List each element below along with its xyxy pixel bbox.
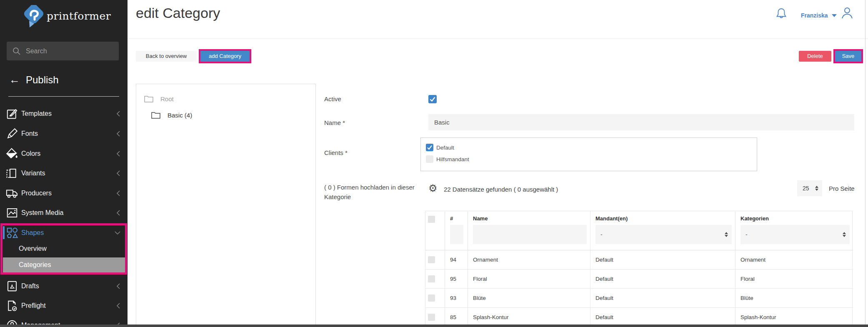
sidebar-item-drafts[interactable]: Drafts xyxy=(0,276,128,296)
folder-icon xyxy=(144,95,154,103)
sidebar-item-system-media[interactable]: System Media xyxy=(0,203,128,223)
save-annotation-box: Save xyxy=(833,49,863,63)
cell-name[interactable]: Ornament xyxy=(468,250,590,270)
cell-category[interactable]: Blüte xyxy=(735,289,853,308)
cell-client[interactable]: Default xyxy=(590,289,735,308)
sidebar-item-shapes[interactable]: Shapes xyxy=(0,223,128,243)
window-right-edge xyxy=(865,0,865,327)
chevron-left-icon xyxy=(116,110,121,117)
page-title: edit Category xyxy=(136,5,220,21)
select-all-header-cell xyxy=(425,211,445,250)
chevron-left-icon xyxy=(116,283,121,290)
tree-node-root[interactable]: Root xyxy=(144,95,174,103)
category-tree-panel: Root Basic (4) xyxy=(136,84,316,327)
cell-client[interactable]: Default xyxy=(590,250,735,270)
chevron-left-icon xyxy=(116,150,121,157)
producers-icon xyxy=(6,187,18,200)
variants-icon xyxy=(6,167,18,180)
back-to-overview-button[interactable]: Back to overview xyxy=(136,51,197,62)
sidebar-item-colors[interactable]: Colors xyxy=(0,144,128,164)
cell-client[interactable]: Default xyxy=(590,270,735,289)
tree-node-basic[interactable]: Basic (4) xyxy=(151,111,192,119)
sidebar-item-categories[interactable]: Categories xyxy=(3,257,125,272)
printformer-logo-icon[interactable] xyxy=(22,5,45,30)
sidebar-item-overview[interactable]: Overview xyxy=(0,240,128,257)
column-header-name[interactable]: Name xyxy=(473,215,587,222)
sidebar-item-preflight[interactable]: Preflight xyxy=(0,296,128,316)
row-checkbox[interactable] xyxy=(428,314,435,321)
templates-icon xyxy=(6,107,18,120)
row-checkbox[interactable] xyxy=(428,256,435,263)
delete-button[interactable]: Delete xyxy=(799,51,831,62)
clients-label: Clients * xyxy=(324,149,348,156)
sidebar-item-producers[interactable]: Producers xyxy=(0,183,128,203)
checked-checkbox[interactable] xyxy=(426,144,433,151)
chevron-left-icon xyxy=(116,130,121,137)
select-all-checkbox[interactable] xyxy=(428,216,435,223)
column-header-clients[interactable]: Mandant(en) xyxy=(595,215,732,222)
shapes-table: # Name Mandant(en) - Kategorien - 94 Orn… xyxy=(425,211,853,327)
upload-note: ( 0 ) Formen hochladen in dieser Kategor… xyxy=(324,182,415,202)
search-input[interactable] xyxy=(26,47,119,55)
search-icon xyxy=(13,47,21,55)
categories-header-cell: Kategorien - xyxy=(735,211,853,250)
folder-icon xyxy=(151,111,161,119)
table-row-checkbox-cell xyxy=(425,250,445,270)
active-checkbox[interactable] xyxy=(428,95,437,103)
name-header-cell: Name xyxy=(468,211,590,250)
cell-id[interactable]: 94 xyxy=(445,250,468,270)
name-input[interactable] xyxy=(428,114,854,130)
column-header-categories[interactable]: Kategorien xyxy=(740,215,850,222)
preflight-icon xyxy=(6,300,18,312)
chevron-left-icon xyxy=(116,190,121,197)
publish-label: Publish xyxy=(26,74,59,86)
user-avatar-icon[interactable] xyxy=(840,6,854,20)
cell-name[interactable]: Blüte xyxy=(468,289,590,308)
unchecked-checkbox[interactable] xyxy=(426,155,433,163)
select-updown-icon xyxy=(843,232,846,237)
chevron-down-icon xyxy=(114,230,121,235)
client-option-hilfsmandant[interactable]: Hilfsmandant xyxy=(426,155,469,163)
row-checkbox[interactable] xyxy=(428,275,435,282)
gear-icon[interactable]: ⚙ xyxy=(428,182,438,194)
table-row-checkbox-cell xyxy=(425,270,445,289)
cell-name[interactable]: Floral xyxy=(468,270,590,289)
sidebar: printformer ← Publish Templates Fonts xyxy=(0,0,128,327)
clients-box: Default Hilfsmandant xyxy=(420,137,757,171)
colors-icon xyxy=(6,147,18,160)
chevron-left-icon xyxy=(116,302,121,309)
user-menu[interactable]: Franziska xyxy=(801,12,828,19)
chevron-left-icon xyxy=(116,170,121,177)
system-media-icon xyxy=(6,207,18,219)
row-checkbox[interactable] xyxy=(428,295,435,302)
per-page-label: Pro Seite xyxy=(829,185,855,192)
cell-id[interactable]: 95 xyxy=(445,270,468,289)
publish-back-link[interactable]: ← Publish xyxy=(9,73,59,86)
add-category-annotation-box: add Category xyxy=(199,49,251,63)
sidebar-search[interactable] xyxy=(7,42,119,60)
select-updown-icon xyxy=(725,232,728,237)
brand-wordmark: printformer xyxy=(47,10,111,22)
client-option-default[interactable]: Default xyxy=(426,144,454,151)
sidebar-item-variants[interactable]: Variants xyxy=(0,163,128,183)
column-header-id[interactable]: # xyxy=(450,215,464,222)
clients-filter-select[interactable]: - xyxy=(595,225,732,244)
cell-category[interactable]: Ornament xyxy=(735,250,853,270)
sidebar-item-templates[interactable]: Templates xyxy=(0,104,128,124)
name-filter-input[interactable] xyxy=(473,225,587,244)
cell-category[interactable]: Floral xyxy=(735,270,853,289)
id-header-cell: # xyxy=(445,211,468,250)
add-category-button[interactable]: add Category xyxy=(200,51,250,62)
save-button[interactable]: Save xyxy=(835,51,861,62)
sidebar-item-fonts[interactable]: Fonts xyxy=(0,124,128,144)
id-filter-input[interactable] xyxy=(450,225,463,244)
window-bottom-edge xyxy=(0,325,868,327)
user-caret-down-icon[interactable] xyxy=(832,14,837,17)
cell-id[interactable]: 93 xyxy=(445,289,468,308)
table-row-checkbox-cell xyxy=(425,289,445,308)
per-page-select[interactable]: 25 xyxy=(797,180,822,196)
notifications-bell-icon[interactable] xyxy=(775,7,788,21)
categories-filter-select[interactable]: - xyxy=(740,225,850,244)
active-label: Active xyxy=(324,95,341,102)
back-arrow-icon: ← xyxy=(9,73,20,86)
